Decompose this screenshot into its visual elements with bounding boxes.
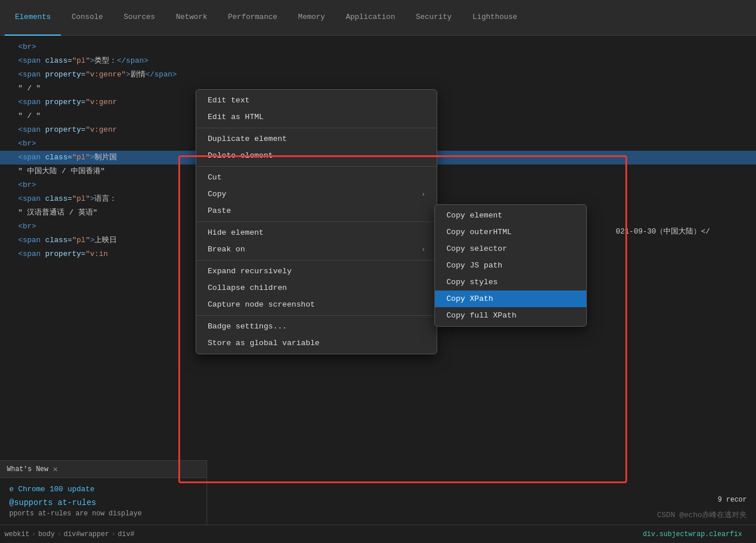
menu-item-collapse[interactable]: Collapse children [196,280,437,296]
code-line: <span property="v:genre">剧情</span> [0,68,756,82]
submenu-copy-js-path[interactable]: Copy JS path [435,257,586,274]
menu-item-edit-text[interactable]: Edit text [196,92,437,109]
menu-item-store-global[interactable]: Store as global variable [196,335,437,351]
record-count: 9 recor [718,496,747,504]
menu-separator [196,260,437,261]
submenu-copy-element[interactable]: Copy element [435,207,586,224]
menu-item-duplicate[interactable]: Duplicate element [196,131,437,147]
tab-memory[interactable]: Memory [288,0,335,36]
tab-elements[interactable]: Elements [5,0,61,36]
submenu-copy-full-xpath[interactable]: Copy full XPath [435,307,586,324]
breadcrumb-div-wrapper[interactable]: div#wrapper [63,530,109,538]
menu-item-paste[interactable]: Paste [196,202,437,219]
menu-item-cut[interactable]: Cut [196,169,437,186]
whats-new-close-button[interactable]: ✕ [53,464,58,474]
tab-security[interactable]: Security [406,0,462,36]
menu-item-edit-html[interactable]: Edit as HTML [196,109,437,125]
submenu-arrow-icon-2: › [421,246,425,253]
tab-application[interactable]: Application [335,0,406,36]
menu-separator [196,221,437,222]
menu-separator [196,166,437,167]
whats-new-content: e Chrome 100 update @supports at-rules p… [0,478,207,525]
breadcrumb-end: div.subjectwrap.clearfix [643,530,751,538]
menu-separator [196,128,437,128]
submenu-copy-outerhtml[interactable]: Copy outerHTML [435,224,586,240]
breadcrumb-webkit[interactable]: webkit [5,530,29,538]
tab-lighthouse[interactable]: Lighthouse [462,0,528,36]
date-text: 021-09-30（中国大陆）</ [616,225,710,238]
tab-performance[interactable]: Performance [217,0,288,36]
submenu-copy-selector[interactable]: Copy selector [435,240,586,257]
breadcrumb-body[interactable]: body [38,530,55,538]
menu-item-expand[interactable]: Expand recursively [196,263,437,280]
sub-context-menu: Copy element Copy outerHTML Copy selecto… [434,204,587,327]
menu-item-copy[interactable]: Copy › [196,186,437,202]
code-line: <br> [0,40,756,54]
menu-item-badge-settings[interactable]: Badge settings... [196,318,437,335]
supports-desc: pports at-rules are now displaye [9,510,197,518]
submenu-arrow-icon: › [421,191,425,198]
code-line: <span class="pl">类型：</span> [0,54,756,68]
whats-new-panel: What's New ✕ e Chrome 100 update @suppor… [0,460,207,525]
context-menu: Edit text Edit as HTML Duplicate element… [196,89,437,354]
supports-title: @supports at-rules [9,498,197,507]
menu-item-break-on[interactable]: Break on › [196,241,437,258]
tab-network[interactable]: Network [166,0,218,36]
bottom-right-info: 9 recor [709,491,756,508]
tab-console[interactable]: Console [61,0,113,36]
tab-sources[interactable]: Sources [113,0,166,36]
submenu-copy-styles[interactable]: Copy styles [435,274,586,290]
tab-bar: Elements Console Sources Network Perform… [0,0,756,36]
whats-new-update-text: e Chrome 100 update [9,485,197,494]
menu-separator [196,315,437,316]
whats-new-tab: What's New ✕ [0,461,207,478]
breadcrumb-bar: webkit › body › div#wrapper › div# div.s… [0,525,756,543]
breadcrumb-div-hash[interactable]: div# [118,530,135,538]
watermark-text: CSDN @echo赤峰在逃对夹 [657,510,747,520]
menu-item-capture[interactable]: Capture node screenshot [196,296,437,313]
submenu-copy-xpath[interactable]: Copy XPath [435,290,586,307]
menu-item-delete[interactable]: Delete element [196,147,437,164]
menu-item-hide[interactable]: Hide element [196,224,437,241]
